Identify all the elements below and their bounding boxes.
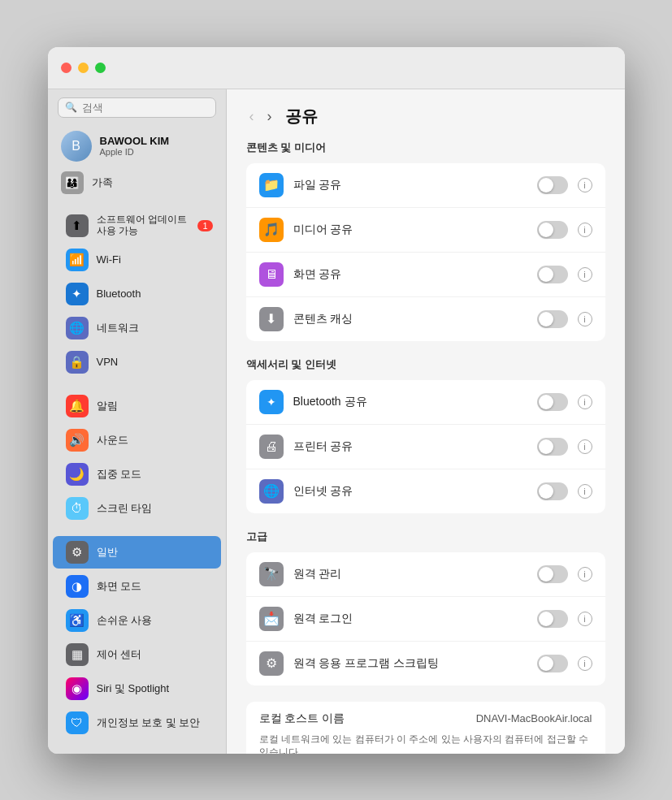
row-remote-app-scripting: ⚙ 원격 응용 프로그램 스크립팅 i: [246, 642, 605, 685]
screentime-label: 스크린 타임: [97, 501, 153, 516]
search-icon: 🔍: [65, 102, 77, 113]
sidebar-item-general[interactable]: ⚙ 일반: [53, 536, 221, 569]
general-label: 일반: [97, 545, 118, 560]
titlebar: [48, 47, 625, 89]
remote-login-toggle[interactable]: [537, 610, 568, 628]
sidebar-item-bluetooth[interactable]: ✦ Bluetooth: [53, 278, 221, 310]
sidebar-item-privacy[interactable]: 🛡 개인정보 보호 및 보안: [53, 707, 221, 739]
file-sharing-info[interactable]: i: [578, 178, 592, 192]
media-sharing-toggle[interactable]: [537, 221, 568, 239]
remote-management-label: 원격 관리: [293, 567, 527, 582]
screen-sharing-toggle[interactable]: [537, 266, 568, 283]
section-advanced-title: 고급: [246, 530, 605, 544]
row-bluetooth-sharing: ✦ Bluetooth 공유 i: [246, 380, 605, 425]
remote-login-info[interactable]: i: [578, 612, 592, 626]
screen-sharing-info[interactable]: i: [578, 267, 592, 282]
control-center-label: 제어 센터: [97, 647, 142, 662]
appearance-label: 화면 모드: [97, 579, 142, 594]
user-name: BAWOOL KIM: [100, 135, 170, 147]
internet-sharing-info[interactable]: i: [578, 484, 592, 499]
content-caching-toggle[interactable]: [537, 310, 568, 328]
media-sharing-info[interactable]: i: [578, 223, 592, 237]
avatar: B: [61, 131, 92, 162]
file-sharing-label: 파일 공유: [293, 178, 527, 192]
internet-sharing-toggle[interactable]: [537, 482, 568, 500]
remote-app-scripting-toggle[interactable]: [537, 655, 568, 672]
remote-management-toggle[interactable]: [537, 565, 568, 583]
local-host-section: 로컬 호스트 이름 DNAVI-MacBookAir.local 로컬 네트워크…: [246, 702, 605, 754]
maximize-button[interactable]: [95, 63, 106, 73]
general-icon: ⚙: [66, 541, 89, 564]
local-host-row: 로컬 호스트 이름 DNAVI-MacBookAir.local: [259, 711, 592, 726]
forward-button[interactable]: ›: [264, 108, 275, 125]
sidebar-item-sound[interactable]: 🔊 사운드: [53, 424, 221, 456]
file-sharing-icon: 📁: [259, 173, 284, 197]
remote-management-icon: 🔭: [259, 562, 284, 586]
software-update-label: 소프트웨어 업데이트 사용 가능: [97, 214, 190, 237]
remote-management-info[interactable]: i: [578, 567, 592, 582]
focus-label: 집중 모드: [97, 467, 142, 482]
content-caching-info[interactable]: i: [578, 312, 592, 326]
notifications-icon: 🔔: [66, 395, 89, 417]
back-button[interactable]: ‹: [246, 108, 258, 125]
sidebar-item-family[interactable]: 👨‍👩‍👦 가족: [48, 166, 226, 199]
appearance-icon: ◑: [66, 575, 89, 598]
row-media-sharing: 🎵 미디어 공유 i: [246, 208, 605, 253]
row-content-caching: ⬇ 콘텐츠 캐싱 i: [246, 297, 605, 341]
printer-sharing-icon: 🖨: [259, 435, 284, 459]
printer-sharing-toggle[interactable]: [537, 438, 568, 456]
sidebar-item-appearance[interactable]: ◑ 화면 모드: [53, 570, 221, 603]
card-accessory: ✦ Bluetooth 공유 i 🖨 프린터 공유 i 🌐 인터넷 공유: [246, 380, 605, 513]
sidebar-item-notifications[interactable]: 🔔 알림: [53, 390, 221, 422]
remote-app-scripting-icon: ⚙: [259, 651, 284, 676]
row-remote-login: 📩 원격 로그인 i: [246, 597, 605, 642]
vpn-label: VPN: [97, 356, 119, 368]
row-file-sharing: 📁 파일 공유 i: [246, 163, 605, 208]
nav-bar: ‹ › 공유: [246, 106, 605, 128]
internet-sharing-icon: 🌐: [259, 479, 284, 504]
section-accessory-title: 액세서리 및 인터넷: [246, 357, 605, 372]
local-host-value: DNAVI-MacBookAir.local: [476, 712, 592, 724]
notifications-label: 알림: [97, 399, 118, 413]
row-internet-sharing: 🌐 인터넷 공유 i: [246, 469, 605, 513]
accessibility-icon: ♿: [66, 609, 89, 632]
sidebar-item-desktop-dock[interactable]: ▬ 데스크탑 및 Dock: [53, 750, 221, 754]
sidebar-item-vpn[interactable]: 🔒 VPN: [53, 346, 221, 378]
minimize-button[interactable]: [78, 63, 89, 73]
search-input[interactable]: [82, 102, 209, 114]
page-title: 공유: [285, 106, 318, 128]
remote-app-scripting-label: 원격 응용 프로그램 스크립팅: [293, 656, 527, 671]
update-badge: 1: [197, 220, 212, 231]
search-box[interactable]: 🔍: [58, 97, 216, 118]
family-icon: 👨‍👩‍👦: [61, 171, 84, 194]
sidebar-item-siri[interactable]: ◉ Siri 및 Spotlight: [53, 672, 221, 705]
bluetooth-sharing-info[interactable]: i: [578, 395, 592, 409]
siri-icon: ◉: [66, 677, 89, 700]
content-caching-icon: ⬇: [259, 307, 284, 331]
remote-app-scripting-info[interactable]: i: [578, 656, 592, 671]
control-center-icon: ▦: [66, 643, 89, 666]
network-icon: 🌐: [66, 317, 89, 339]
card-advanced: 🔭 원격 관리 i 📩 원격 로그인 i ⚙ 원격 응용 프로그램 스크립팅: [246, 552, 605, 685]
screen-sharing-label: 화면 공유: [293, 267, 527, 282]
sidebar-item-software-update[interactable]: ⬆ 소프트웨어 업데이트 사용 가능 1: [53, 210, 221, 242]
printer-sharing-info[interactable]: i: [578, 439, 592, 454]
sound-icon: 🔊: [66, 429, 89, 452]
sidebar-item-accessibility[interactable]: ♿ 손쉬운 사용: [53, 604, 221, 637]
bluetooth-sharing-toggle[interactable]: [537, 393, 568, 411]
file-sharing-toggle[interactable]: [537, 176, 568, 194]
sound-label: 사운드: [97, 433, 128, 448]
user-section[interactable]: B BAWOOL KIM Apple ID: [48, 126, 226, 166]
section-content-media-title: 콘텐츠 및 미디어: [246, 141, 605, 155]
wifi-icon: 📶: [66, 249, 89, 271]
screentime-icon: ⏱: [66, 497, 89, 520]
sidebar-item-wifi[interactable]: 📶 Wi-Fi: [53, 244, 221, 276]
accessibility-label: 손쉬운 사용: [97, 613, 153, 628]
content-caching-label: 콘텐츠 캐싱: [293, 312, 527, 326]
sidebar-item-screentime[interactable]: ⏱ 스크린 타임: [53, 492, 221, 525]
close-button[interactable]: [61, 63, 72, 73]
sidebar-item-control-center[interactable]: ▦ 제어 센터: [53, 638, 221, 671]
sidebar: 🔍 B BAWOOL KIM Apple ID 👨‍👩‍👦 가족: [48, 89, 227, 754]
sidebar-item-focus[interactable]: 🌙 집중 모드: [53, 458, 221, 491]
sidebar-item-network[interactable]: 🌐 네트워크: [53, 312, 221, 344]
